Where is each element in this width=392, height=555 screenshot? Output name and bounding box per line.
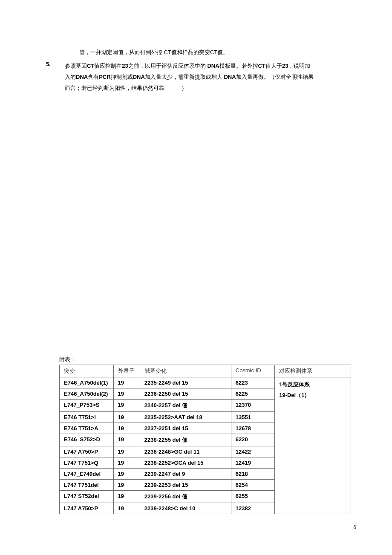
cell-mutation: L747 S752del <box>60 491 114 503</box>
text-bold: CT <box>87 63 94 69</box>
cell-exon: 19 <box>113 400 140 412</box>
cell-cosmic: 12419 <box>231 457 274 469</box>
header-system: 对应检测体系 <box>275 365 351 377</box>
cell-system: 1号反应体系 19-Del（1） <box>275 377 351 514</box>
cell-cosmic: 12370 <box>231 400 274 412</box>
cell-base: 2239-2256 del 佃 <box>140 491 231 503</box>
list-body-5: 参照基因CT值应控制在23之前，以用于评估反应体系中的 DNA模板量。若外控CT… <box>65 60 347 94</box>
cell-cosmic: 12422 <box>231 446 274 457</box>
header-exon: 外显子 <box>113 365 140 377</box>
cell-cosmic: 12678 <box>231 423 274 434</box>
cell-exon: 19 <box>113 423 140 434</box>
cell-exon: 19 <box>113 434 140 446</box>
table-header-row: 突变 外显子 碱基变化 Cosmic ID 对应检测体系 <box>60 365 351 377</box>
cell-mutation: E746_S752>D <box>60 434 114 446</box>
cell-base: 2236-2250 del 15 <box>140 388 231 400</box>
cell-mutation: L747 T751>Q <box>60 457 114 469</box>
p5-line-3: 而言；若已经判断为阳性，结果仍然可靠） <box>65 83 347 94</box>
text-bold: PCR <box>99 74 110 80</box>
cell-base: 2239-2253 del 15 <box>140 480 231 491</box>
system-line-2: 19-Del（1） <box>279 392 310 398</box>
text-bold: DNA <box>76 74 88 80</box>
text-bold: DNA <box>207 63 219 69</box>
cell-cosmic: 6254 <box>231 480 274 491</box>
cell-base: 2238-2248>GC del 11 <box>140 446 231 457</box>
cell-exon: 19 <box>113 412 140 423</box>
cell-cosmic: 6223 <box>231 377 274 388</box>
cell-mutation: L747 A750>P <box>60 503 114 514</box>
cell-cosmic: 6225 <box>231 388 274 400</box>
cell-base: 2238-2255 del 佃 <box>140 434 231 446</box>
cell-mutation: L747_E749del <box>60 469 114 480</box>
paragraph-4-continuation: 管，一并划定阈值，从而得到外控 CT值和样品的突变CT值。 <box>46 47 347 58</box>
cell-exon: 19 <box>113 480 140 491</box>
cell-base: 2235-2252>AAT del 18 <box>140 412 231 423</box>
appendix-label: 附表： <box>59 356 347 363</box>
cell-mutation: E746 T751>A <box>60 423 114 434</box>
cell-base: 2239-2247 del 9 <box>140 469 231 480</box>
text-bold: CT <box>258 63 265 69</box>
cell-exon: 19 <box>113 388 140 400</box>
cell-cosmic: 13551 <box>231 412 274 423</box>
cell-cosmic: 6220 <box>231 434 274 446</box>
page-number: 6 <box>353 524 356 530</box>
text: 值应控制在 <box>94 63 122 69</box>
text: 参照基因 <box>65 63 87 69</box>
text-paren: ） <box>182 83 187 94</box>
p5-line-1: 参照基因CT值应控制在23之前，以用于评估反应体系中的 DNA模板量。若外控CT… <box>65 60 347 72</box>
table-row: E746_A750del(1) 19 2235-2249 del 15 6223… <box>60 377 351 388</box>
text-bold: DNA <box>133 74 145 80</box>
text-bold: DNA <box>224 74 236 80</box>
appendix-table: 突变 外显子 碱基变化 Cosmic ID 对应检测体系 E746_A750de… <box>59 365 347 514</box>
text-bold: 23 <box>122 63 128 69</box>
cell-cosmic: 12382 <box>231 503 274 514</box>
header-cosmic: Cosmic ID <box>231 365 274 377</box>
cell-mutation: L747 T751del <box>60 480 114 491</box>
text: 入的 <box>65 74 76 80</box>
cell-exon: 19 <box>113 446 140 457</box>
cell-cosmic: 6218 <box>231 469 274 480</box>
cell-base: 2237-2251 del 15 <box>140 423 231 434</box>
text: 含有 <box>88 74 99 80</box>
cell-cosmic: 6255 <box>231 491 274 503</box>
cell-exon: 19 <box>113 491 140 503</box>
text: 加入量再做。（仅对全阴性结果 <box>236 74 314 80</box>
list-number-5: 5. <box>46 60 65 94</box>
text-bold: 23 <box>282 63 288 69</box>
text: 值大于 <box>265 63 282 69</box>
text: 抑制剂或 <box>111 74 133 80</box>
p5-line-2: 入的DNA含有PCR抑制剂或DNA加入量太少，需重新提取或增大 DNA加入量再做… <box>65 72 347 83</box>
cell-base: 2239-2248>C del 10 <box>140 503 231 514</box>
cell-mutation: E746 T751>I <box>60 412 114 423</box>
system-line-1: 1号反应体系 <box>279 381 310 388</box>
text: 模板量。若外控 <box>219 63 258 69</box>
cell-mutation: L747_P753>S <box>60 400 114 412</box>
text: 之前，以用于评估反应体系中的 <box>128 63 208 69</box>
text: 加入量太少，需重新提取或增大 <box>145 74 224 80</box>
header-mutation: 突变 <box>60 365 114 377</box>
cell-base: 2235-2249 del 15 <box>140 377 231 388</box>
header-base: 碱基变化 <box>140 365 231 377</box>
cell-exon: 19 <box>113 503 140 514</box>
cell-base: 2238-2252>GCA del 15 <box>140 457 231 469</box>
cell-exon: 19 <box>113 377 140 388</box>
cell-mutation: E746_A750del(2) <box>60 388 114 400</box>
cell-mutation: L747 A750>P <box>60 446 114 457</box>
cell-base: 2240-2257 del 佃 <box>140 400 231 412</box>
text: 而言；若已经判断为阳性，结果仍然可靠 <box>65 85 164 91</box>
cell-exon: 19 <box>113 469 140 480</box>
text: ，说明加 <box>288 63 310 69</box>
cell-mutation: E746_A750del(1) <box>60 377 114 388</box>
list-item-5: 5. 参照基因CT值应控制在23之前，以用于评估反应体系中的 DNA模板量。若外… <box>46 60 347 94</box>
cell-exon: 19 <box>113 457 140 469</box>
